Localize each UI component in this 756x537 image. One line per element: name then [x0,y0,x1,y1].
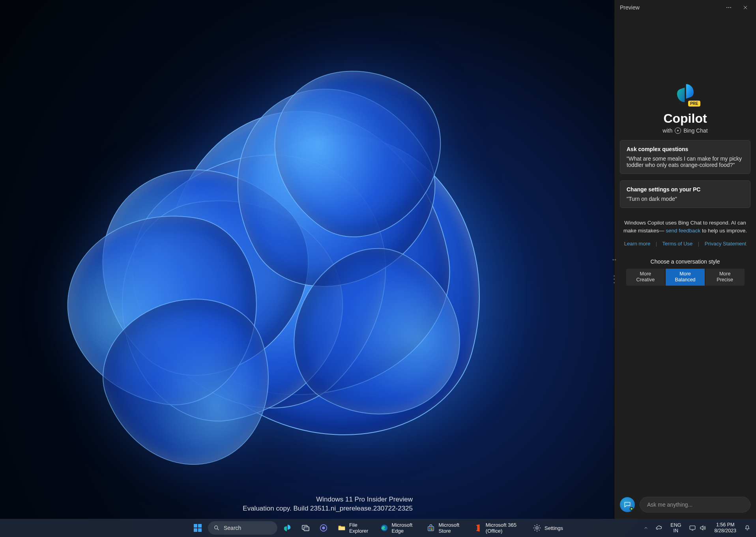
panel-resize-handle[interactable]: ↔ [612,254,617,265]
copilot-panel: ↔ Preview PRE Copilot [614,0,756,519]
taskbar-chat-button[interactable] [315,520,332,535]
taskbar-search-placeholder: Search [224,525,241,531]
windows-logo-icon [193,523,202,533]
svg-rect-5 [194,528,197,532]
copilot-header-label: Preview [620,4,640,11]
chevron-up-icon [644,526,648,530]
taskbar-search-box[interactable]: Search [208,521,277,535]
suggestion-card-complex-questions[interactable]: Ask complex questions "What are some mea… [620,140,750,174]
panel-resize-grip[interactable] [613,275,615,283]
svg-rect-4 [198,524,202,528]
taskbar-file-explorer[interactable]: File Explorer [333,520,374,535]
svg-rect-9 [304,527,309,531]
taskbar-microsoft-edge[interactable]: Microsoft Edge [376,520,421,535]
close-icon [743,5,748,10]
store-icon [427,524,435,532]
bing-icon [675,127,681,134]
svg-rect-20 [690,526,696,530]
wallpaper-bloom-graphic [20,32,552,517]
terms-of-use-link[interactable]: Terms of Use [662,241,693,247]
taskbar-app-label: Settings [545,525,563,531]
status-dot-icon [630,507,633,511]
taskbar-app-label: File Explorer [349,522,371,534]
start-button[interactable] [189,520,206,535]
svg-rect-16 [431,528,432,529]
svg-point-0 [726,7,727,8]
svg-point-19 [536,527,538,529]
more-options-button[interactable] [720,2,737,13]
learn-more-link[interactable]: Learn more [624,241,650,247]
taskview-icon [301,524,310,532]
new-topic-button[interactable] [620,497,635,512]
watermark-line-1: Windows 11 Pro Insider Preview [243,495,413,504]
tray-time: 1:56 PM [716,522,735,528]
suggestion-card-heading: Change settings on your PC [627,186,744,193]
suggestion-card-heading: Ask complex questions [627,146,744,152]
svg-point-7 [215,526,218,529]
m365-icon [474,524,483,532]
suggestion-card-change-settings[interactable]: Change settings on your PC "Turn on dark… [620,180,750,208]
svg-point-11 [322,526,325,529]
cloud-icon [655,524,662,531]
copilot-chat-input[interactable] [640,497,750,513]
conversation-style-label: Choose a conversation style [620,258,750,265]
search-icon [213,525,220,531]
suggestion-card-body: "What are some meals I can make for my p… [627,155,744,168]
tray-notifications[interactable] [741,520,754,535]
copilot-header: Preview [614,0,756,15]
svg-rect-6 [198,528,202,532]
copilot-footer-links: Learn more | Terms of Use | Privacy Stat… [620,241,750,247]
svg-rect-12 [339,527,345,530]
tray-language[interactable]: ENG IN [666,520,685,535]
taskbar-app-label: Microsoft Store [438,522,464,534]
ellipsis-icon [726,4,732,11]
gear-icon [533,524,541,532]
copilot-logo: PRE [674,82,696,104]
taskbar-copilot-button[interactable] [279,520,296,535]
style-creative-button[interactable]: MoreCreative [626,269,665,286]
bell-icon [744,525,750,531]
preview-badge: PRE [688,101,700,107]
edge-icon [380,524,389,532]
svg-rect-15 [430,528,431,529]
svg-rect-14 [428,526,434,531]
svg-point-2 [730,7,731,8]
taskbar-microsoft-365[interactable]: Microsoft 365 (Office) [470,520,527,535]
tray-clock[interactable]: 1:56 PM 8/28/2023 [710,520,740,535]
privacy-statement-link[interactable]: Privacy Statement [705,241,747,247]
copilot-title: Copilot [620,111,750,126]
copilot-icon [283,524,292,532]
taskbar: Search File Explorer [0,519,756,537]
style-balanced-button[interactable]: MoreBalanced [666,269,705,286]
chat-icon [319,524,328,532]
suggestion-card-body: "Turn on dark mode" [627,196,744,202]
conversation-style-selector: MoreCreative MoreBalanced MorePrecise [626,269,745,286]
svg-rect-17 [430,529,431,530]
tray-overflow-button[interactable] [640,520,651,535]
svg-rect-3 [194,524,197,528]
taskbar-settings[interactable]: Settings [529,520,567,535]
taskbar-app-label: Microsoft Edge [392,522,417,534]
copilot-disclaimer: Windows Copilot uses Bing Chat to respon… [620,219,750,235]
copilot-input-bar [614,492,756,519]
copilot-subtitle: with Bing Chat [620,127,750,134]
desktop-watermark: Windows 11 Pro Insider Preview Evaluatio… [243,495,413,513]
tray-date: 8/28/2023 [714,528,736,534]
svg-rect-18 [431,529,432,530]
taskbar-app-label: Microsoft 365 (Office) [486,522,523,534]
volume-icon [699,524,706,531]
svg-point-1 [728,7,729,8]
file-explorer-icon [337,524,346,532]
send-feedback-link[interactable]: send feedback [666,228,700,234]
monitor-icon [689,524,696,531]
taskbar-microsoft-store[interactable]: Microsoft Store [423,520,468,535]
taskbar-taskview-button[interactable] [297,520,314,535]
style-precise-button[interactable]: MorePrecise [705,269,745,286]
watermark-line-2: Evaluation copy. Build 23511.ni_prerelea… [243,504,413,513]
close-button[interactable] [737,2,754,13]
tray-onedrive[interactable] [652,520,666,535]
tray-network-volume[interactable] [686,520,709,535]
